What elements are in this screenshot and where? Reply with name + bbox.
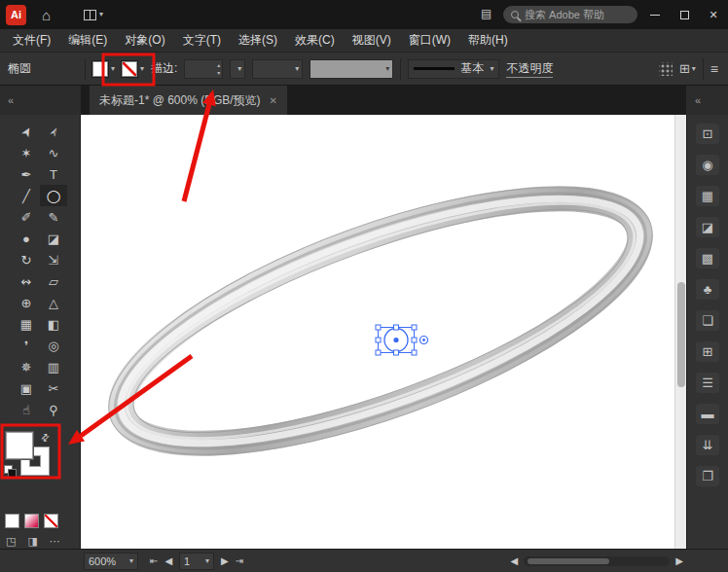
column-graph-tool[interactable]: ▥ — [40, 356, 67, 377]
swap-fill-stroke-icon[interactable]: ⇄ — [41, 432, 49, 443]
symbols-panel-icon[interactable]: ♣ — [696, 279, 719, 300]
artboard-number-dropdown[interactable]: 1 ▾ — [179, 553, 214, 570]
minimize-button[interactable] — [640, 0, 670, 29]
app-icon[interactable]: Ai — [6, 5, 26, 25]
shape-builder-tool[interactable]: ⊕ — [13, 292, 40, 313]
symbol-sprayer-tool[interactable]: ✵ — [13, 356, 40, 377]
help-search-field[interactable]: 搜索 Adobe 帮助 — [503, 6, 637, 23]
toolbar-collapse-button[interactable]: « — [0, 86, 81, 115]
none-button[interactable] — [44, 514, 58, 528]
transform-panel-icon[interactable]: ⊡ — [696, 124, 719, 144]
fill-color-swatch[interactable] — [92, 61, 108, 77]
export-panel-icon[interactable]: ⇊ — [696, 435, 719, 455]
default-fill-stroke-icon[interactable] — [4, 465, 16, 477]
maximize-button[interactable] — [670, 0, 699, 29]
panel-menu-icon[interactable]: ≡ — [710, 61, 718, 77]
direct-selection-tool[interactable]: ➣ — [40, 121, 67, 142]
home-icon[interactable]: ⌂ — [42, 8, 51, 22]
color-panel-icon[interactable]: ◉ — [696, 155, 719, 175]
tab-close-icon[interactable]: ✕ — [270, 95, 277, 106]
width-tool[interactable]: ↭ — [13, 270, 40, 292]
slice-tool[interactable]: ✂ — [40, 377, 67, 399]
type-tool[interactable]: T — [40, 163, 67, 185]
draw-mode-icon[interactable]: ◳ — [6, 535, 16, 548]
fill-swatch[interactable] — [6, 432, 33, 459]
menu-view[interactable]: 视图(V) — [344, 29, 400, 53]
gradient-panel-icon[interactable]: ◪ — [696, 217, 719, 237]
horizontal-scrollbar-track[interactable] — [524, 556, 670, 566]
metal-ring[interactable] — [81, 132, 674, 510]
arrange-documents-button[interactable]: ▾ — [84, 10, 103, 20]
vertical-scrollbar[interactable] — [674, 115, 686, 549]
artboard-tool[interactable]: ▣ — [13, 377, 40, 399]
blend-tool[interactable]: ◎ — [40, 335, 67, 356]
stroke-panel-icon[interactable]: ▬ — [696, 404, 719, 424]
menu-help[interactable]: 帮助(H) — [459, 29, 517, 53]
mesh-tool[interactable]: ▦ — [13, 313, 40, 335]
appearance-panel-icon[interactable]: ☰ — [696, 373, 719, 393]
paintbrush-tool[interactable]: ✐ — [13, 206, 40, 228]
menu-file[interactable]: 文件(F) — [4, 29, 59, 53]
libraries-panel-icon[interactable]: ❐ — [696, 466, 719, 486]
brush-definition-dropdown[interactable]: ▾ — [252, 59, 303, 79]
perspective-grid-tool[interactable]: △ — [40, 292, 67, 313]
free-transform-tool[interactable]: ▱ — [40, 270, 67, 292]
pencil-tool[interactable]: ✎ — [40, 206, 67, 228]
menu-select[interactable]: 选择(S) — [230, 29, 286, 53]
first-artboard-button[interactable]: ⇤ — [150, 555, 158, 566]
blob-brush-tool[interactable]: ● — [13, 228, 40, 249]
artboards-panel-icon[interactable]: ⊞ — [696, 341, 719, 362]
menu-window[interactable]: 窗口(W) — [400, 29, 459, 53]
menu-edit[interactable]: 编辑(E) — [59, 29, 116, 53]
magic-wand-tool[interactable]: ✶ — [13, 142, 40, 163]
document-icon[interactable]: ▤ — [481, 8, 491, 19]
horizontal-scrollbar[interactable]: ◀ ▶ — [511, 555, 683, 566]
width-profile-dropdown[interactable]: ▾ — [309, 59, 393, 79]
stepper-arrows[interactable]: ▴ ▾ — [217, 61, 220, 77]
menu-effect[interactable]: 效果(C) — [286, 29, 344, 53]
zoom-level-dropdown[interactable]: 600% ▾ — [84, 553, 138, 570]
workspace-switcher[interactable]: ⊞ ▾ — [679, 61, 696, 76]
document-canvas[interactable] — [81, 115, 674, 549]
stroke-none-swatch[interactable] — [122, 61, 137, 77]
layers-panel-icon[interactable]: ❏ — [696, 310, 719, 331]
close-button[interactable]: ✕ — [699, 0, 728, 29]
scroll-right-icon[interactable]: ▶ — [675, 555, 683, 566]
line-segment-tool[interactable]: ╱ — [13, 185, 40, 206]
ellipse-tool[interactable]: ◯ — [40, 185, 67, 206]
rotate-tool[interactable]: ↻ — [13, 249, 40, 270]
zoom-tool[interactable]: ⚲ — [40, 399, 67, 420]
hand-tool[interactable]: ☝ — [13, 399, 40, 420]
swatches-panel-icon[interactable]: ▦ — [696, 186, 719, 206]
scroll-left-icon[interactable]: ◀ — [511, 555, 519, 566]
previous-artboard-button[interactable]: ◀ — [164, 555, 172, 566]
dock-collapse-button[interactable]: « — [686, 86, 728, 115]
fill-color-dropdown[interactable]: ▾ — [92, 61, 115, 77]
horizontal-scrollbar-thumb[interactable] — [528, 558, 609, 564]
document-tab[interactable]: 未标题-1* @ 600% (RGB/预览) ✕ — [90, 86, 287, 115]
eraser-tool[interactable]: ◪ — [40, 228, 67, 249]
screen-mode-icon[interactable]: ◨ — [27, 535, 37, 548]
menu-type[interactable]: 文字(T) — [174, 29, 230, 53]
menu-object[interactable]: 对象(O) — [116, 29, 173, 53]
stepper-down-icon[interactable]: ▾ — [217, 69, 220, 77]
color-button[interactable] — [5, 514, 19, 528]
eyedropper-tool[interactable]: ❜ — [13, 335, 40, 356]
gradient-tool[interactable]: ◧ — [40, 313, 67, 335]
gradient-button[interactable] — [24, 514, 39, 528]
transparency-panel-icon[interactable]: ▩ — [696, 248, 719, 268]
vertical-scrollbar-thumb[interactable] — [677, 282, 685, 387]
last-artboard-button[interactable]: ⇥ — [236, 555, 243, 566]
next-artboard-button[interactable]: ▶ — [221, 555, 229, 566]
scale-tool[interactable]: ⇲ — [40, 249, 67, 270]
touch-workspace-icon[interactable] — [659, 62, 673, 76]
toolbar-overflow-icon[interactable]: ⋯ — [50, 535, 60, 548]
stroke-color-dropdown[interactable]: ▾ — [122, 61, 144, 77]
stroke-weight-dropdown[interactable]: ▾ — [230, 59, 245, 79]
lasso-tool[interactable]: ∿ — [40, 142, 67, 163]
opacity-link[interactable]: 不透明度 — [506, 60, 553, 78]
pen-tool[interactable]: ✒ — [13, 163, 40, 185]
stroke-weight-input[interactable]: ▴ ▾ — [184, 59, 223, 79]
selection-group[interactable] — [376, 325, 428, 355]
selection-tool[interactable]: ➤ — [13, 121, 40, 142]
